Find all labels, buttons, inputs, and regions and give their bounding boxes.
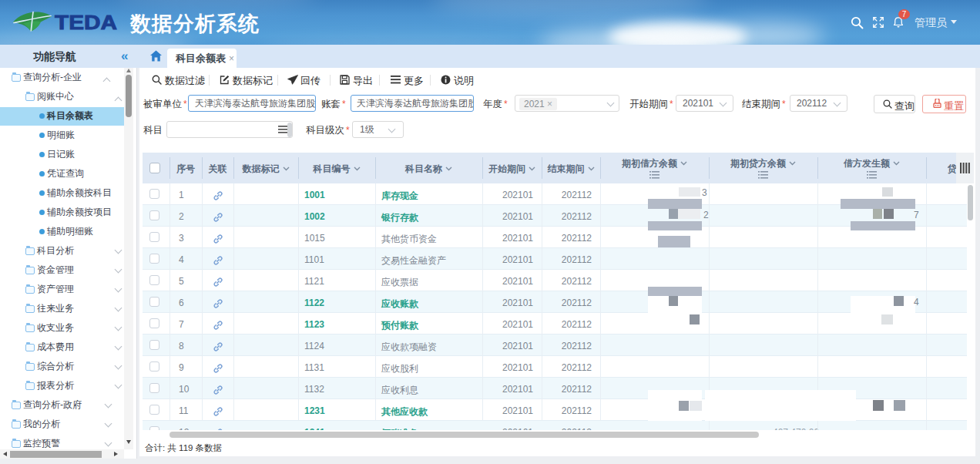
svg-text:TEDA: TEDA	[55, 12, 117, 33]
